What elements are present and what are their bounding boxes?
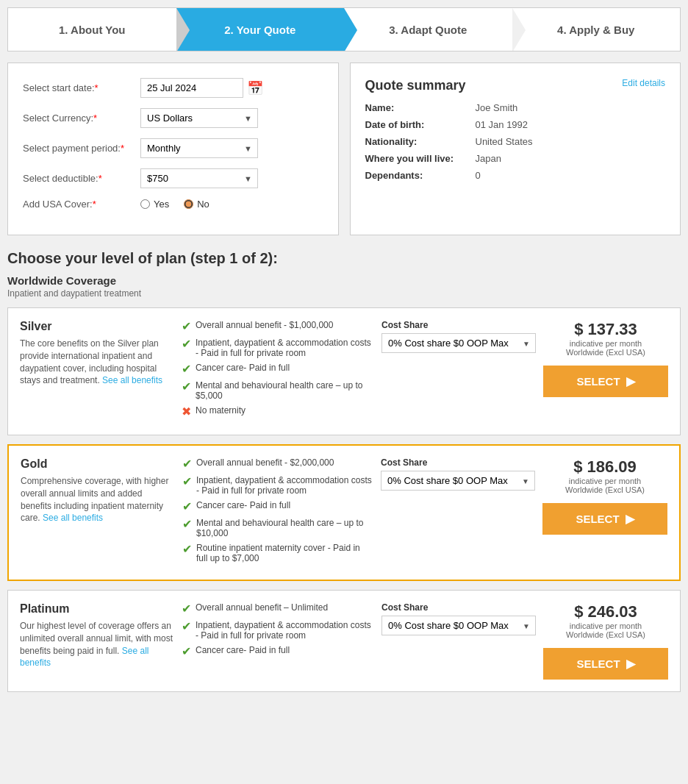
plan-cost-share: Cost Share 0% Cost share $0 OOP Max10% C… (381, 602, 536, 680)
plan-benefits: ✔ Overall annual benefit - $1,000,000 ✔ … (182, 320, 374, 423)
cost-share-select-gold[interactable]: 0% Cost share $0 OOP Max10% Cost share S… (381, 471, 535, 491)
select-btn-label: SELECT (576, 658, 620, 670)
benefit-item: ✔ Inpatient, daypatient & accommodation … (182, 620, 374, 641)
choose-plan-section: Choose your level of plan (step 1 of 2):… (7, 250, 681, 692)
plan-info: Silver The core benefits on the Silver p… (20, 320, 174, 423)
summary-key: Dependants: (365, 170, 476, 181)
plan-cost-share: Cost Share 0% Cost share $0 OOP Max10% C… (381, 320, 536, 423)
benefit-text: Cancer care- Paid in full (196, 645, 290, 655)
select-btn-arrow-icon: ▶ (626, 374, 635, 388)
payment-period-field: Monthly Quarterly Annually (140, 138, 323, 158)
progress-bar: 1. About You 2. Your Quote 3. Adapt Quot… (7, 7, 681, 51)
summary-row: Where you will live:Japan (365, 153, 666, 164)
step-quote[interactable]: 2. Your Quote (176, 8, 345, 51)
plan-desc: Comprehensive coverage, with higher over… (21, 475, 175, 524)
usa-cover-no-option[interactable]: No (184, 199, 209, 210)
plan-card-silver: Silver The core benefits on the Silver p… (7, 307, 681, 435)
benefit-item: ✔ Overall annual benefit - $2,000,000 (182, 457, 373, 471)
see-all-benefits-link[interactable]: See all benefits (20, 646, 148, 669)
see-all-benefits-link[interactable]: See all benefits (43, 513, 103, 523)
benefit-item: ✔ Cancer care- Paid in full (182, 645, 374, 658)
benefit-text: Inpatient, daypatient & accommodation co… (196, 338, 374, 358)
plan-card-platinum: Platinum Our highest level of coverage o… (7, 590, 681, 692)
price-sub: indicative per month (542, 477, 667, 485)
benefit-text: Overall annual benefit - $2,000,000 (196, 457, 334, 468)
price-amount: $ 137.33 (543, 320, 668, 339)
quote-summary-panel: Edit details Quote summary Name:Joe Smit… (350, 63, 681, 235)
benefit-item: ✔ Cancer care- Paid in full (182, 500, 373, 513)
currency-label: Select Currency:* (23, 113, 140, 124)
select-btn-label: SELECT (576, 513, 619, 525)
check-icon: ✔ (182, 499, 192, 513)
check-icon: ✔ (182, 517, 192, 531)
plan-name: Platinum (20, 602, 174, 616)
cost-share-select-silver[interactable]: 0% Cost share $0 OOP Max10% Cost share S… (381, 333, 536, 353)
see-all-benefits-link[interactable]: See all benefits (102, 375, 162, 385)
summary-key: Nationality: (365, 136, 476, 147)
summary-value: Joe Smith (476, 102, 518, 113)
deductible-field: $750 $0 $250 $500 $1000 (140, 168, 323, 188)
price-sub: indicative per month (543, 621, 668, 630)
start-date-label: Select start date:* (23, 82, 140, 93)
summary-value: 01 Jan 1992 (476, 119, 528, 130)
summary-key: Date of birth: (365, 119, 476, 130)
coverage-title: Worldwide Coverage (7, 274, 681, 287)
benefit-text: Inpatient, daypatient & accommodation co… (196, 475, 373, 496)
calendar-icon[interactable]: 📅 (247, 80, 263, 96)
cost-share-select-platinum[interactable]: 0% Cost share $0 OOP Max10% Cost share S… (381, 616, 536, 635)
start-date-input[interactable] (140, 78, 243, 98)
usa-cover-field: Yes No (140, 199, 323, 210)
plan-cards-container: Silver The core benefits on the Silver p… (7, 307, 681, 692)
edit-details-link[interactable]: Edit details (622, 78, 665, 88)
step-apply[interactable]: 4. Apply & Buy (512, 8, 681, 51)
select-plan-button-silver[interactable]: SELECT ▶ (543, 366, 668, 397)
plan-card-gold: Gold Comprehensive coverage, with higher… (7, 444, 681, 581)
deductible-select[interactable]: $750 $0 $250 $500 $1000 (140, 168, 258, 188)
cost-share-label: Cost Share (381, 457, 535, 468)
benefit-item: ✔ Inpatient, daypatient & accommodation … (182, 338, 374, 358)
benefit-item: ✔ Inpatient, daypatient & accommodation … (182, 475, 373, 496)
deductible-label: Select deductible:* (23, 173, 140, 184)
payment-period-select[interactable]: Monthly Quarterly Annually (140, 138, 258, 158)
usa-cover-yes-radio[interactable] (140, 199, 150, 209)
quote-summary-title: Quote summary (365, 78, 666, 93)
step-adapt[interactable]: 3. Adapt Quote (344, 8, 512, 51)
price-amount: $ 186.09 (542, 457, 667, 477)
price-sub: indicative per month (543, 339, 668, 348)
select-btn-arrow-icon: ▶ (626, 657, 635, 671)
select-btn-label: SELECT (576, 375, 620, 388)
benefit-item: ✖ No maternity (182, 405, 374, 418)
choose-plan-title: Choose your level of plan (step 1 of 2): (7, 250, 681, 267)
benefit-text: No maternity (196, 405, 246, 416)
cost-share-label: Cost Share (381, 320, 536, 330)
summary-key: Name: (365, 102, 476, 113)
plan-desc: The core benefits on the Silver plan pro… (20, 338, 174, 387)
benefit-text: Inpatient, daypatient & accommodation co… (196, 620, 374, 641)
currency-select[interactable]: US Dollars Euros GBP (140, 108, 258, 128)
benefit-text: Cancer care- Paid in full (196, 363, 290, 373)
check-icon: ✔ (182, 619, 191, 633)
check-icon: ✔ (182, 602, 191, 616)
usa-cover-label: Add USA Cover:* (23, 199, 140, 210)
check-icon: ✔ (182, 457, 192, 471)
select-plan-button-platinum[interactable]: SELECT ▶ (543, 648, 668, 680)
plan-benefits: ✔ Overall annual benefit - $2,000,000 ✔ … (182, 457, 373, 568)
cost-share-label: Cost Share (381, 602, 536, 613)
benefit-item: ✔ Overall annual benefit - $1,000,000 (182, 320, 374, 333)
benefit-item: ✔ Routine inpatient maternity cover - Pa… (182, 543, 373, 563)
usa-cover-yes-option[interactable]: Yes (140, 199, 169, 210)
payment-period-label: Select payment period:* (23, 143, 140, 154)
usa-cover-no-radio[interactable] (184, 199, 193, 209)
summary-row: Date of birth:01 Jan 1992 (365, 119, 666, 130)
step-about[interactable]: 1. About You (8, 8, 176, 51)
summary-value: Japan (476, 153, 501, 164)
benefit-item: ✔ Overall annual benefit – Unlimited (182, 602, 374, 616)
price-region: Worldwide (Excl USA) (543, 348, 668, 357)
plan-info: Platinum Our highest level of coverage o… (20, 602, 174, 680)
benefit-item: ✔ Cancer care- Paid in full (182, 363, 374, 376)
benefit-text: Overall annual benefit – Unlimited (196, 602, 328, 613)
benefit-item: ✔ Mental and behavioural health care – u… (182, 380, 374, 401)
cost-share-select-wrapper: 0% Cost share $0 OOP Max10% Cost share S… (381, 616, 536, 635)
select-plan-button-gold[interactable]: SELECT ▶ (542, 503, 667, 535)
summary-rows: Name:Joe SmithDate of birth:01 Jan 1992N… (365, 102, 666, 181)
